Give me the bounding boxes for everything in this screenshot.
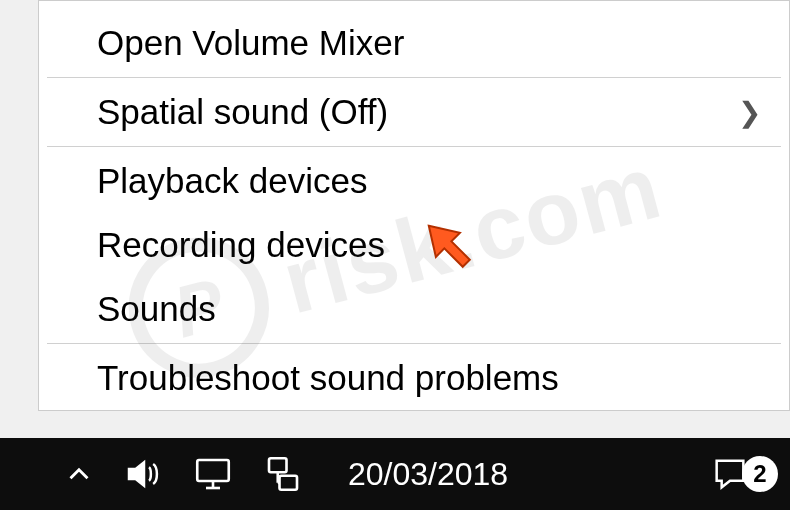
svg-rect-3 <box>269 458 287 472</box>
action-center-icon[interactable]: 2 <box>710 454 778 494</box>
tray-overflow-icon[interactable] <box>62 457 96 491</box>
taskbar-date[interactable]: 20/03/2018 <box>348 456 508 493</box>
menu-item-label: Recording devices <box>97 225 385 265</box>
menu-item-label: Spatial sound (Off) <box>97 92 388 132</box>
sound-context-menu: Open Volume Mixer Spatial sound (Off) ❯ … <box>38 0 790 411</box>
menu-item-label: Sounds <box>97 289 216 329</box>
menu-separator <box>47 343 781 344</box>
network-icon[interactable] <box>262 453 304 495</box>
menu-recording-devices[interactable]: Recording devices <box>39 213 789 277</box>
menu-separator <box>47 146 781 147</box>
menu-troubleshoot-sound[interactable]: Troubleshoot sound problems <box>39 346 789 410</box>
menu-item-label: Troubleshoot sound problems <box>97 358 559 398</box>
taskbar: 20/03/2018 2 <box>0 438 790 510</box>
speaker-icon[interactable] <box>124 454 164 494</box>
menu-open-volume-mixer[interactable]: Open Volume Mixer <box>39 11 789 75</box>
chevron-right-icon: ❯ <box>738 96 761 129</box>
notification-badge: 2 <box>742 456 778 492</box>
menu-playback-devices[interactable]: Playback devices <box>39 149 789 213</box>
svg-rect-4 <box>280 476 298 490</box>
menu-spatial-sound[interactable]: Spatial sound (Off) ❯ <box>39 80 789 144</box>
menu-item-label: Open Volume Mixer <box>97 23 404 63</box>
svg-rect-0 <box>197 460 229 481</box>
menu-sounds[interactable]: Sounds <box>39 277 789 341</box>
menu-separator <box>47 77 781 78</box>
menu-item-label: Playback devices <box>97 161 367 201</box>
monitor-icon[interactable] <box>192 453 234 495</box>
